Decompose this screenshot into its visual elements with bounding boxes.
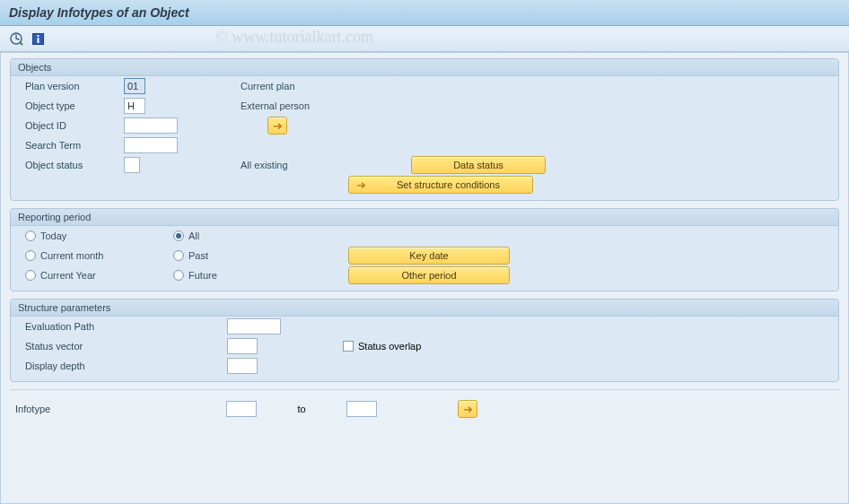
current-year-radio[interactable]	[25, 270, 36, 281]
info-icon	[31, 32, 45, 46]
future-radio[interactable]	[173, 270, 184, 281]
key-date-button[interactable]: Key date	[348, 247, 510, 265]
object-id-label: Object ID	[25, 120, 124, 131]
evaluation-path-input[interactable]	[227, 318, 281, 335]
all-label: All	[188, 230, 199, 241]
object-type-desc: External person	[241, 100, 310, 111]
svg-rect-2	[37, 35, 39, 37]
status-vector-input[interactable]	[227, 338, 258, 354]
infotype-to-input[interactable]	[346, 401, 377, 417]
infotype-to-label: to	[257, 404, 346, 414]
today-radio[interactable]	[25, 230, 36, 241]
current-year-label: Current Year	[40, 270, 96, 281]
future-label: Future	[188, 270, 217, 281]
plan-version-input[interactable]	[124, 78, 145, 94]
infotype-multiple-selection-button[interactable]: ➜	[458, 400, 477, 418]
info-button[interactable]	[29, 30, 47, 48]
all-radio[interactable]	[173, 230, 184, 241]
search-term-input[interactable]	[124, 137, 178, 153]
status-overlap-checkbox[interactable]	[343, 341, 354, 352]
execute-button[interactable]	[7, 30, 25, 48]
search-term-label: Search Term	[25, 140, 124, 151]
arrow-right-icon: ➜	[463, 404, 473, 415]
key-date-label: Key date	[409, 250, 448, 261]
status-vector-label: Status vector	[25, 341, 227, 352]
data-status-button[interactable]: Data status	[411, 156, 546, 174]
set-structure-conditions-button[interactable]: ➜ Set structure conditions	[348, 176, 533, 194]
set-structure-label: Set structure conditions	[372, 179, 525, 190]
watermark-text: © www.tutorialkart.com	[215, 28, 373, 47]
structure-parameters-group: Structure parameters Evaluation Path Sta…	[10, 299, 839, 382]
past-label: Past	[188, 250, 208, 261]
display-depth-label: Display depth	[25, 361, 227, 371]
object-id-search-button[interactable]: ➜	[267, 117, 287, 135]
object-status-input[interactable]	[124, 157, 140, 173]
status-overlap-label: Status overlap	[358, 341, 421, 352]
evaluation-path-label: Evaluation Path	[25, 321, 227, 332]
object-status-desc: All existing	[241, 160, 348, 170]
past-radio[interactable]	[173, 250, 184, 261]
plan-version-desc: Current plan	[241, 81, 295, 91]
other-period-label: Other period	[401, 270, 456, 281]
toolbar: © www.tutorialkart.com	[0, 26, 849, 52]
reporting-period-title: Reporting period	[11, 209, 838, 226]
objects-title: Objects	[11, 59, 838, 76]
object-id-input[interactable]	[124, 117, 178, 134]
content-area: Objects Plan version Current plan Object…	[0, 52, 849, 504]
other-period-button[interactable]: Other period	[348, 266, 510, 284]
object-type-label: Object type	[25, 100, 124, 111]
infotype-label: Infotype	[15, 404, 226, 414]
divider	[10, 389, 839, 390]
object-type-input[interactable]	[124, 98, 145, 114]
arrow-right-icon: ➜	[356, 179, 366, 191]
current-month-radio[interactable]	[25, 250, 36, 261]
infotype-from-input[interactable]	[226, 401, 257, 417]
arrow-right-icon: ➜	[273, 120, 283, 132]
window-title: Display Infotypes of an Object	[0, 0, 849, 26]
plan-version-label: Plan version	[25, 81, 124, 91]
reporting-period-group: Reporting period Today All Current month…	[10, 208, 839, 291]
clock-execute-icon	[9, 31, 23, 46]
objects-group: Objects Plan version Current plan Object…	[10, 58, 839, 201]
display-depth-input[interactable]	[227, 358, 258, 374]
current-month-label: Current month	[40, 250, 103, 261]
structure-parameters-title: Structure parameters	[11, 300, 838, 317]
today-label: Today	[40, 230, 66, 241]
data-status-label: Data status	[453, 160, 503, 170]
svg-rect-3	[37, 38, 39, 43]
object-status-label: Object status	[25, 160, 124, 170]
